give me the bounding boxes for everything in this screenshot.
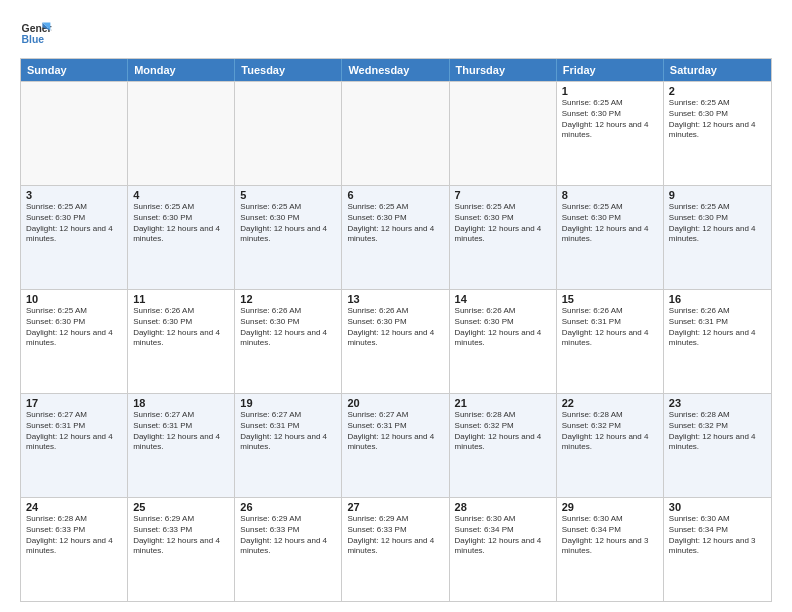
day-info: Sunrise: 6:25 AM Sunset: 6:30 PM Dayligh… [455, 202, 551, 245]
day-info: Sunrise: 6:25 AM Sunset: 6:30 PM Dayligh… [562, 202, 658, 245]
day-cell-18: 18Sunrise: 6:27 AM Sunset: 6:31 PM Dayli… [128, 394, 235, 497]
day-number: 8 [562, 189, 658, 201]
calendar-row-0: 1Sunrise: 6:25 AM Sunset: 6:30 PM Daylig… [21, 81, 771, 185]
header-day-tuesday: Tuesday [235, 59, 342, 81]
day-info: Sunrise: 6:25 AM Sunset: 6:30 PM Dayligh… [669, 98, 766, 141]
day-cell-6: 6Sunrise: 6:25 AM Sunset: 6:30 PM Daylig… [342, 186, 449, 289]
calendar-body: 1Sunrise: 6:25 AM Sunset: 6:30 PM Daylig… [21, 81, 771, 601]
day-cell-5: 5Sunrise: 6:25 AM Sunset: 6:30 PM Daylig… [235, 186, 342, 289]
day-info: Sunrise: 6:26 AM Sunset: 6:30 PM Dayligh… [133, 306, 229, 349]
day-info: Sunrise: 6:27 AM Sunset: 6:31 PM Dayligh… [133, 410, 229, 453]
day-info: Sunrise: 6:27 AM Sunset: 6:31 PM Dayligh… [26, 410, 122, 453]
day-info: Sunrise: 6:25 AM Sunset: 6:30 PM Dayligh… [669, 202, 766, 245]
day-number: 24 [26, 501, 122, 513]
day-cell-30: 30Sunrise: 6:30 AM Sunset: 6:34 PM Dayli… [664, 498, 771, 601]
logo-icon: General Blue [20, 16, 52, 48]
day-info: Sunrise: 6:26 AM Sunset: 6:30 PM Dayligh… [347, 306, 443, 349]
day-cell-24: 24Sunrise: 6:28 AM Sunset: 6:33 PM Dayli… [21, 498, 128, 601]
day-cell-8: 8Sunrise: 6:25 AM Sunset: 6:30 PM Daylig… [557, 186, 664, 289]
day-info: Sunrise: 6:26 AM Sunset: 6:31 PM Dayligh… [562, 306, 658, 349]
day-cell-26: 26Sunrise: 6:29 AM Sunset: 6:33 PM Dayli… [235, 498, 342, 601]
day-cell-10: 10Sunrise: 6:25 AM Sunset: 6:30 PM Dayli… [21, 290, 128, 393]
logo: General Blue [20, 16, 52, 48]
day-number: 4 [133, 189, 229, 201]
day-info: Sunrise: 6:30 AM Sunset: 6:34 PM Dayligh… [669, 514, 766, 557]
day-number: 18 [133, 397, 229, 409]
calendar-header: SundayMondayTuesdayWednesdayThursdayFrid… [21, 59, 771, 81]
day-cell-16: 16Sunrise: 6:26 AM Sunset: 6:31 PM Dayli… [664, 290, 771, 393]
header-day-sunday: Sunday [21, 59, 128, 81]
day-cell-2: 2Sunrise: 6:25 AM Sunset: 6:30 PM Daylig… [664, 82, 771, 185]
day-cell-11: 11Sunrise: 6:26 AM Sunset: 6:30 PM Dayli… [128, 290, 235, 393]
empty-cell [450, 82, 557, 185]
header: General Blue [20, 16, 772, 48]
day-info: Sunrise: 6:28 AM Sunset: 6:32 PM Dayligh… [562, 410, 658, 453]
day-cell-15: 15Sunrise: 6:26 AM Sunset: 6:31 PM Dayli… [557, 290, 664, 393]
day-cell-12: 12Sunrise: 6:26 AM Sunset: 6:30 PM Dayli… [235, 290, 342, 393]
day-cell-23: 23Sunrise: 6:28 AM Sunset: 6:32 PM Dayli… [664, 394, 771, 497]
day-info: Sunrise: 6:25 AM Sunset: 6:30 PM Dayligh… [133, 202, 229, 245]
day-info: Sunrise: 6:26 AM Sunset: 6:30 PM Dayligh… [240, 306, 336, 349]
day-number: 23 [669, 397, 766, 409]
calendar-row-1: 3Sunrise: 6:25 AM Sunset: 6:30 PM Daylig… [21, 185, 771, 289]
day-number: 25 [133, 501, 229, 513]
day-cell-9: 9Sunrise: 6:25 AM Sunset: 6:30 PM Daylig… [664, 186, 771, 289]
calendar: SundayMondayTuesdayWednesdayThursdayFrid… [20, 58, 772, 602]
day-number: 22 [562, 397, 658, 409]
calendar-row-2: 10Sunrise: 6:25 AM Sunset: 6:30 PM Dayli… [21, 289, 771, 393]
day-info: Sunrise: 6:25 AM Sunset: 6:30 PM Dayligh… [26, 306, 122, 349]
day-number: 12 [240, 293, 336, 305]
day-number: 20 [347, 397, 443, 409]
day-number: 16 [669, 293, 766, 305]
empty-cell [342, 82, 449, 185]
day-number: 13 [347, 293, 443, 305]
day-info: Sunrise: 6:26 AM Sunset: 6:30 PM Dayligh… [455, 306, 551, 349]
day-info: Sunrise: 6:28 AM Sunset: 6:33 PM Dayligh… [26, 514, 122, 557]
day-number: 17 [26, 397, 122, 409]
day-cell-20: 20Sunrise: 6:27 AM Sunset: 6:31 PM Dayli… [342, 394, 449, 497]
day-number: 5 [240, 189, 336, 201]
day-number: 10 [26, 293, 122, 305]
day-cell-4: 4Sunrise: 6:25 AM Sunset: 6:30 PM Daylig… [128, 186, 235, 289]
header-day-monday: Monday [128, 59, 235, 81]
day-cell-27: 27Sunrise: 6:29 AM Sunset: 6:33 PM Dayli… [342, 498, 449, 601]
day-info: Sunrise: 6:27 AM Sunset: 6:31 PM Dayligh… [240, 410, 336, 453]
empty-cell [128, 82, 235, 185]
day-info: Sunrise: 6:29 AM Sunset: 6:33 PM Dayligh… [133, 514, 229, 557]
day-cell-28: 28Sunrise: 6:30 AM Sunset: 6:34 PM Dayli… [450, 498, 557, 601]
day-number: 14 [455, 293, 551, 305]
day-info: Sunrise: 6:27 AM Sunset: 6:31 PM Dayligh… [347, 410, 443, 453]
day-number: 3 [26, 189, 122, 201]
day-cell-13: 13Sunrise: 6:26 AM Sunset: 6:30 PM Dayli… [342, 290, 449, 393]
day-number: 29 [562, 501, 658, 513]
day-number: 6 [347, 189, 443, 201]
day-info: Sunrise: 6:25 AM Sunset: 6:30 PM Dayligh… [240, 202, 336, 245]
day-number: 27 [347, 501, 443, 513]
day-info: Sunrise: 6:30 AM Sunset: 6:34 PM Dayligh… [455, 514, 551, 557]
day-number: 1 [562, 85, 658, 97]
header-day-thursday: Thursday [450, 59, 557, 81]
day-number: 19 [240, 397, 336, 409]
day-info: Sunrise: 6:25 AM Sunset: 6:30 PM Dayligh… [347, 202, 443, 245]
day-number: 2 [669, 85, 766, 97]
day-cell-14: 14Sunrise: 6:26 AM Sunset: 6:30 PM Dayli… [450, 290, 557, 393]
day-info: Sunrise: 6:28 AM Sunset: 6:32 PM Dayligh… [669, 410, 766, 453]
day-number: 26 [240, 501, 336, 513]
day-info: Sunrise: 6:25 AM Sunset: 6:30 PM Dayligh… [562, 98, 658, 141]
day-info: Sunrise: 6:25 AM Sunset: 6:30 PM Dayligh… [26, 202, 122, 245]
svg-text:Blue: Blue [22, 34, 45, 45]
day-cell-3: 3Sunrise: 6:25 AM Sunset: 6:30 PM Daylig… [21, 186, 128, 289]
header-day-wednesday: Wednesday [342, 59, 449, 81]
day-info: Sunrise: 6:29 AM Sunset: 6:33 PM Dayligh… [347, 514, 443, 557]
page: General Blue SundayMondayTuesdayWednesda… [0, 0, 792, 612]
calendar-row-4: 24Sunrise: 6:28 AM Sunset: 6:33 PM Dayli… [21, 497, 771, 601]
day-cell-17: 17Sunrise: 6:27 AM Sunset: 6:31 PM Dayli… [21, 394, 128, 497]
calendar-row-3: 17Sunrise: 6:27 AM Sunset: 6:31 PM Dayli… [21, 393, 771, 497]
day-info: Sunrise: 6:28 AM Sunset: 6:32 PM Dayligh… [455, 410, 551, 453]
day-cell-21: 21Sunrise: 6:28 AM Sunset: 6:32 PM Dayli… [450, 394, 557, 497]
empty-cell [235, 82, 342, 185]
day-info: Sunrise: 6:26 AM Sunset: 6:31 PM Dayligh… [669, 306, 766, 349]
day-info: Sunrise: 6:30 AM Sunset: 6:34 PM Dayligh… [562, 514, 658, 557]
day-number: 28 [455, 501, 551, 513]
day-cell-19: 19Sunrise: 6:27 AM Sunset: 6:31 PM Dayli… [235, 394, 342, 497]
